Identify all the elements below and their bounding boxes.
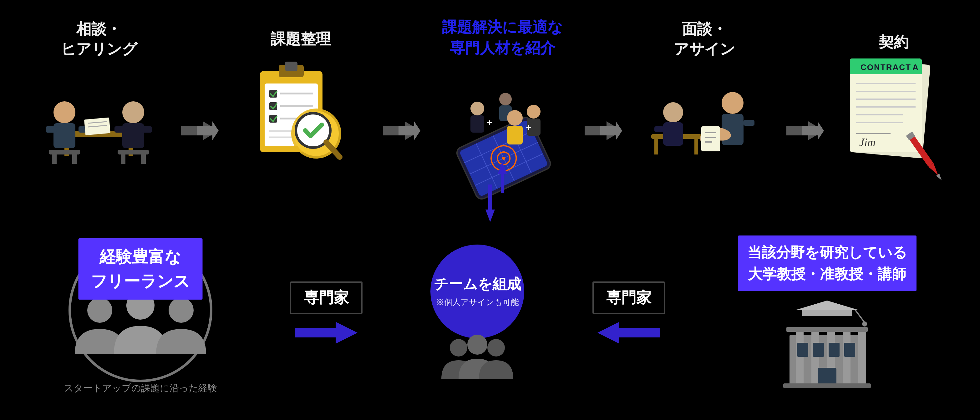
step-2-label: 課題整理 xyxy=(270,29,331,49)
arrow-4-svg xyxy=(786,118,824,143)
step-5: 契約 CONTRACT A xyxy=(840,32,947,180)
svg-rect-53 xyxy=(471,115,484,133)
svg-rect-18 xyxy=(121,154,126,164)
team-circle-sub: ※個人アサインも可能 xyxy=(436,297,519,308)
svg-rect-14 xyxy=(49,150,80,154)
team-circle: チームを組成 ※個人アサインも可能 xyxy=(430,245,524,338)
svg-point-10 xyxy=(122,101,144,123)
meeting-svg xyxy=(40,78,158,178)
svg-point-103 xyxy=(87,298,112,323)
svg-marker-102 xyxy=(485,210,495,222)
step-1-label: 相談・ xyxy=(76,19,121,39)
step-3-label2: 専門人材を紹介 xyxy=(442,38,563,59)
svg-rect-121 xyxy=(786,327,868,332)
svg-rect-122 xyxy=(797,343,808,357)
expert-right-item: 専門家 xyxy=(592,282,665,345)
svg-point-109 xyxy=(487,339,505,356)
svg-point-114 xyxy=(862,321,867,326)
freelance-sub-label: スタートアップの課題に沿った経験 xyxy=(64,382,217,395)
step-3: 課題解決に最適な 専門人材を紹介 xyxy=(437,17,568,196)
step-1-icon xyxy=(33,62,164,194)
svg-rect-125 xyxy=(844,343,855,357)
svg-rect-4 xyxy=(54,123,75,148)
expert-left-label: 専門家 xyxy=(290,282,363,314)
svg-text:Jim: Jim xyxy=(859,136,875,148)
svg-rect-124 xyxy=(829,343,840,357)
vertical-connector xyxy=(485,185,495,223)
arrow-right-bottom-svg xyxy=(295,320,358,345)
svg-marker-110 xyxy=(597,322,660,344)
svg-point-56 xyxy=(527,105,541,119)
svg-rect-71 xyxy=(654,126,664,132)
university-label: 当該分野を研究している 大学教授・准教授・講師 xyxy=(738,235,916,291)
svg-rect-19 xyxy=(141,154,146,164)
svg-rect-15 xyxy=(52,154,57,164)
arrow-2 xyxy=(383,118,420,145)
center-team: チームを組成 ※個人アサインも可能 xyxy=(430,245,524,382)
svg-line-113 xyxy=(855,310,865,323)
team-tablet-svg: + + xyxy=(437,68,568,193)
svg-point-105 xyxy=(169,298,194,323)
svg-point-52 xyxy=(471,102,484,115)
svg-rect-67 xyxy=(654,139,658,154)
svg-text:A: A xyxy=(912,62,918,72)
expert-left-item: 専門家 xyxy=(290,282,363,345)
svg-rect-120 xyxy=(858,329,866,385)
expert-right-label: 専門家 xyxy=(592,282,665,314)
team-circle-label: チームを組成 xyxy=(434,275,521,294)
arrow-2-svg xyxy=(383,118,420,143)
svg-point-72 xyxy=(722,92,743,114)
step-4-label2: アサイン xyxy=(674,39,735,59)
svg-rect-111 xyxy=(802,310,852,316)
step-5-label: 契約 xyxy=(879,32,909,52)
handshake-svg xyxy=(645,72,764,184)
svg-rect-68 xyxy=(694,139,698,154)
svg-rect-11 xyxy=(122,123,144,148)
svg-rect-25 xyxy=(285,62,298,71)
svg-rect-127 xyxy=(783,383,871,388)
arrow-4 xyxy=(786,118,824,145)
svg-rect-5 xyxy=(46,126,57,133)
svg-rect-77 xyxy=(701,126,720,151)
step-3-label1: 課題解決に最適な xyxy=(442,17,563,38)
step-2-icon xyxy=(235,52,366,184)
svg-rect-12 xyxy=(115,126,126,133)
step-4-label1: 面談・ xyxy=(682,19,727,39)
vertical-arrow-svg xyxy=(485,185,495,222)
contract-svg: CONTRACT A Jim xyxy=(840,52,947,184)
step-1-label2: ヒアリング xyxy=(61,39,137,59)
svg-text:CONTRACT: CONTRACT xyxy=(861,62,911,72)
step-4: 面談・ アサイン xyxy=(639,19,770,194)
step-4-icon xyxy=(639,62,770,194)
svg-point-3 xyxy=(54,101,75,123)
step-1: 相談・ ヒアリング xyxy=(33,19,164,194)
svg-rect-70 xyxy=(663,122,683,146)
svg-marker-106 xyxy=(295,322,358,344)
top-row: 相談・ ヒアリング xyxy=(0,0,980,213)
svg-marker-100 xyxy=(936,173,943,181)
svg-marker-112 xyxy=(796,301,858,310)
step-3-icon: + + xyxy=(437,65,568,196)
freelance-item: 経験豊富な フリーランス スタートアップの課題に沿った経験 xyxy=(59,226,222,401)
main-container: 相談・ ヒアリング xyxy=(0,0,980,420)
bottom-row: 経験豊富な フリーランス スタートアップの課題に沿った経験 xyxy=(0,207,980,420)
freelance-label: 経験豊富な フリーランス xyxy=(78,238,202,300)
arrow-1-svg xyxy=(181,118,219,143)
svg-rect-17 xyxy=(118,150,149,154)
svg-rect-13 xyxy=(141,126,152,133)
step-2: 課題整理 xyxy=(235,29,366,184)
svg-point-54 xyxy=(499,93,512,105)
svg-rect-123 xyxy=(813,343,824,357)
svg-text:+: + xyxy=(526,122,531,132)
svg-text:+: + xyxy=(487,117,492,127)
team-people-svg xyxy=(437,332,518,382)
arrow-3 xyxy=(585,118,622,145)
svg-point-107 xyxy=(450,339,467,356)
arrow-3-svg xyxy=(585,118,622,143)
svg-rect-74 xyxy=(743,120,754,126)
svg-point-108 xyxy=(467,335,487,355)
svg-point-69 xyxy=(663,102,683,122)
university-item: 当該分野を研究している 大学教授・准教授・講師 xyxy=(733,235,921,391)
svg-rect-59 xyxy=(507,126,523,145)
svg-point-58 xyxy=(507,110,523,126)
